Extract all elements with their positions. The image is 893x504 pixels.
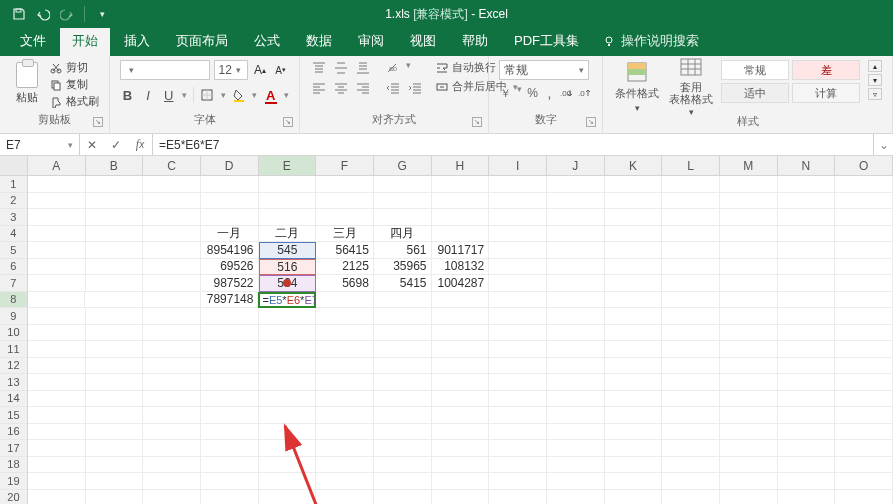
cell-H3[interactable]: [432, 209, 490, 226]
cell-H15[interactable]: [432, 407, 490, 424]
format-as-table-button[interactable]: 套用 表格格式▾: [667, 60, 715, 112]
cell-F9[interactable]: [316, 308, 374, 325]
cell-I15[interactable]: [489, 407, 547, 424]
clipboard-launcher[interactable]: ↘: [93, 117, 103, 127]
cell-D20[interactable]: [201, 490, 259, 505]
font-launcher[interactable]: ↘: [283, 117, 293, 127]
cell-I9[interactable]: [489, 308, 547, 325]
row-header-18[interactable]: 18: [0, 457, 28, 474]
cell-B1[interactable]: [86, 176, 144, 193]
cell-E9[interactable]: [259, 308, 317, 325]
cell-F6[interactable]: 2125: [316, 259, 374, 276]
cell-I8[interactable]: [489, 292, 547, 309]
cell-L9[interactable]: [662, 308, 720, 325]
cell-K6[interactable]: [605, 259, 663, 276]
cell-G15[interactable]: [374, 407, 432, 424]
cell-E19[interactable]: [259, 473, 317, 490]
cell-O2[interactable]: [835, 193, 893, 210]
cell-N10[interactable]: [778, 325, 836, 342]
cell-H13[interactable]: [432, 374, 490, 391]
col-header-L[interactable]: L: [662, 156, 720, 175]
cell-F8[interactable]: [316, 292, 374, 309]
cell-H11[interactable]: [432, 341, 490, 358]
tab-data[interactable]: 数据: [294, 27, 344, 56]
cell-B17[interactable]: [86, 440, 144, 457]
formula-bar[interactable]: =E5*E6*E7: [153, 134, 873, 155]
tab-view[interactable]: 视图: [398, 27, 448, 56]
cell-A10[interactable]: [28, 325, 86, 342]
conditional-formatting-button[interactable]: 条件格式▾: [613, 60, 661, 112]
cell-K19[interactable]: [605, 473, 663, 490]
cell-K8[interactable]: [605, 292, 663, 309]
cell-A18[interactable]: [28, 457, 86, 474]
row-header-5[interactable]: 5: [0, 242, 28, 259]
cell-M6[interactable]: [720, 259, 778, 276]
cell-I14[interactable]: [489, 391, 547, 408]
alignment-launcher[interactable]: ↘: [472, 117, 482, 127]
cell-H17[interactable]: [432, 440, 490, 457]
cell-F10[interactable]: [316, 325, 374, 342]
cell-B5[interactable]: [86, 242, 144, 259]
cell-B18[interactable]: [86, 457, 144, 474]
cell-F4[interactable]: 三月: [316, 226, 374, 243]
row-header-17[interactable]: 17: [0, 440, 28, 457]
cell-E13[interactable]: [259, 374, 317, 391]
cell-K4[interactable]: [605, 226, 663, 243]
cell-O7[interactable]: [835, 275, 893, 292]
cell-A15[interactable]: [28, 407, 86, 424]
cell-E3[interactable]: [259, 209, 317, 226]
cell-N20[interactable]: [778, 490, 836, 505]
cell-O10[interactable]: [835, 325, 893, 342]
cell-N3[interactable]: [778, 209, 836, 226]
cell-C11[interactable]: [143, 341, 201, 358]
cell-L17[interactable]: [662, 440, 720, 457]
cell-D2[interactable]: [201, 193, 259, 210]
cell-L6[interactable]: [662, 259, 720, 276]
cell-I12[interactable]: [489, 358, 547, 375]
cell-D12[interactable]: [201, 358, 259, 375]
cell-G8[interactable]: [374, 292, 432, 309]
cell-H10[interactable]: [432, 325, 490, 342]
align-top-icon[interactable]: [310, 60, 328, 76]
cell-B15[interactable]: [86, 407, 144, 424]
cell-G5[interactable]: 561: [374, 242, 432, 259]
cell-N18[interactable]: [778, 457, 836, 474]
cell-E1[interactable]: [259, 176, 317, 193]
cell-F2[interactable]: [316, 193, 374, 210]
cell-A1[interactable]: [28, 176, 86, 193]
cell-D5[interactable]: 8954196: [201, 242, 259, 259]
row-header-1[interactable]: 1: [0, 176, 28, 193]
cell-B16[interactable]: [86, 424, 144, 441]
cell-F18[interactable]: [316, 457, 374, 474]
cell-H19[interactable]: [432, 473, 490, 490]
tell-me-search[interactable]: 操作说明搜索: [593, 27, 709, 56]
cell-H14[interactable]: [432, 391, 490, 408]
cell-M17[interactable]: [720, 440, 778, 457]
cell-D11[interactable]: [201, 341, 259, 358]
enter-formula-button[interactable]: ✓: [104, 138, 128, 152]
cell-C10[interactable]: [143, 325, 201, 342]
cell-O3[interactable]: [835, 209, 893, 226]
cell-E10[interactable]: [259, 325, 317, 342]
cell-G18[interactable]: [374, 457, 432, 474]
cell-G9[interactable]: [374, 308, 432, 325]
cell-O14[interactable]: [835, 391, 893, 408]
cell-M1[interactable]: [720, 176, 778, 193]
cell-B19[interactable]: [86, 473, 144, 490]
cell-H4[interactable]: [432, 226, 490, 243]
cell-F1[interactable]: [316, 176, 374, 193]
cell-D15[interactable]: [201, 407, 259, 424]
cell-E15[interactable]: [259, 407, 317, 424]
cell-H6[interactable]: 108132: [432, 259, 490, 276]
cell-G17[interactable]: [374, 440, 432, 457]
row-header-19[interactable]: 19: [0, 473, 28, 490]
cell-D7[interactable]: 987522: [201, 275, 259, 292]
cell-H9[interactable]: [432, 308, 490, 325]
cell-M16[interactable]: [720, 424, 778, 441]
col-header-H[interactable]: H: [432, 156, 490, 175]
cell-B7[interactable]: [86, 275, 144, 292]
cell-L3[interactable]: [662, 209, 720, 226]
cell-N12[interactable]: [778, 358, 836, 375]
cell-N2[interactable]: [778, 193, 836, 210]
cell-O8[interactable]: [835, 292, 893, 309]
